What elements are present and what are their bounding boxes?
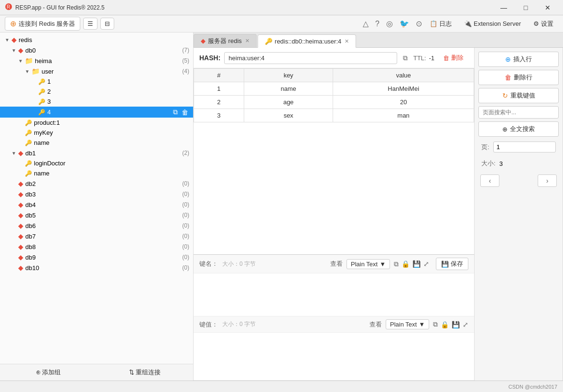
- sidebar-item-redis[interactable]: ▼ ◆ redis: [0, 34, 193, 45]
- value-format-selector[interactable]: Plain Text ▼: [386, 319, 429, 329]
- row-key[interactable]: sex: [244, 109, 333, 122]
- next-page-button[interactable]: ›: [538, 174, 557, 187]
- save-icon[interactable]: 💾: [412, 260, 421, 268]
- db-icon: ◆: [18, 211, 23, 219]
- copy-key-button[interactable]: ⧉: [172, 108, 179, 116]
- ttl-label: TTL:: [413, 54, 426, 62]
- sidebar-item-db9[interactable]: ◆ db9 (0): [0, 252, 193, 262]
- lock-icon[interactable]: 🔒: [401, 260, 410, 268]
- table-row[interactable]: 1 name HanMeiMei: [194, 82, 474, 96]
- lock-icon[interactable]: 🔒: [441, 321, 449, 328]
- delete-row-button[interactable]: 🗑 删除行: [478, 70, 559, 85]
- tab-close-icon[interactable]: ✕: [245, 38, 249, 44]
- sidebar-item-key1[interactable]: 🔑 1: [0, 76, 193, 87]
- sidebar-item-mykey[interactable]: 🔑 myKey: [0, 128, 193, 138]
- sidebar-item-db5[interactable]: ◆ db5 (0): [0, 210, 193, 220]
- sidebar-item-name-db0[interactable]: 🔑 name: [0, 138, 193, 148]
- tab-server[interactable]: ◆ 服务器 redis ✕: [194, 34, 257, 47]
- prev-page-button[interactable]: ‹: [480, 174, 499, 187]
- key-format-selector[interactable]: Plain Text ▼: [346, 259, 390, 269]
- key-name-textarea[interactable]: [194, 273, 474, 316]
- key-value-label: 键值：: [199, 320, 218, 329]
- copy-icon[interactable]: ⧉: [401, 53, 410, 63]
- key-value-textarea[interactable]: [194, 333, 474, 381]
- sidebar-item-label: name: [34, 139, 189, 146]
- sidebar-item-key2[interactable]: 🔑 2: [0, 87, 193, 97]
- tab-key-editor[interactable]: 🔑 redis::db0::heima:user:4 ✕: [258, 34, 356, 48]
- sidebar-item-user[interactable]: ▼ 📁 user (4): [0, 66, 193, 76]
- add-group-button[interactable]: ⊕ 添加组: [0, 364, 97, 381]
- sidebar-item-db3[interactable]: ◆ db3 (0): [0, 189, 193, 199]
- sidebar-item-db1[interactable]: ▼ ◆ db1 (2): [0, 148, 193, 158]
- sidebar-item-product1[interactable]: 🔑 product:1: [0, 118, 193, 128]
- page-label: 页:: [481, 143, 489, 152]
- row-key[interactable]: age: [244, 96, 333, 109]
- reconnect-button[interactable]: ⇅ 重组连接: [97, 364, 193, 381]
- sidebar-item-db2[interactable]: ◆ db2 (0): [0, 178, 193, 189]
- list-view-button[interactable]: ☰: [83, 18, 97, 30]
- plus-icon: ⊕: [505, 55, 511, 63]
- app-title: RESP.app - GUI for Redis® 2022.5: [15, 4, 493, 11]
- insert-row-button[interactable]: ⊕ 插入行: [478, 52, 559, 67]
- sidebar-item-name-db1[interactable]: 🔑 name: [0, 168, 193, 178]
- bird-icon[interactable]: 🐦: [400, 19, 409, 28]
- expand-icon[interactable]: ⤢: [463, 321, 468, 328]
- delete-key-button[interactable]: 🗑 删除: [438, 52, 468, 64]
- sidebar-item-db0[interactable]: ▼ ◆ db0 (7): [0, 45, 193, 55]
- settings-button[interactable]: ⚙ 设置: [529, 18, 558, 30]
- sidebar-item-heima[interactable]: ▼ 📁 heima (5): [0, 55, 193, 66]
- row-value[interactable]: HanMeiMei: [333, 82, 474, 96]
- view-label: 查看: [330, 260, 343, 268]
- sidebar-item-label: product:1: [34, 119, 189, 126]
- sidebar-item-db10[interactable]: ◆ db10 (0): [0, 262, 193, 273]
- db-icon: ◆: [18, 46, 23, 54]
- connect-button[interactable]: ⊕ 连接到 Redis 服务器: [5, 17, 80, 31]
- sidebar-item-logindoctor[interactable]: 🔑 loginDoctor: [0, 158, 193, 168]
- size-info: 大小: 3: [478, 157, 559, 170]
- minimize-button[interactable]: —: [493, 0, 514, 15]
- copy-icon[interactable]: ⧉: [433, 320, 438, 328]
- send-icon[interactable]: ◎: [386, 19, 393, 28]
- maximize-button[interactable]: □: [515, 0, 536, 15]
- help-icon[interactable]: ?: [375, 20, 379, 28]
- trash-icon: 🗑: [443, 54, 449, 62]
- hash-key-input[interactable]: [224, 52, 397, 64]
- extension-server-button[interactable]: 🔌 Extension Server: [459, 18, 526, 29]
- save-key-name-button[interactable]: 💾 保存: [436, 258, 468, 270]
- grid-view-button[interactable]: ⊟: [100, 18, 114, 30]
- page-number-input[interactable]: [493, 142, 556, 152]
- log-button[interactable]: 📋 日志: [425, 18, 456, 30]
- delete-key-button[interactable]: 🗑: [181, 108, 189, 116]
- sidebar-item-label: db4: [25, 201, 180, 208]
- close-button[interactable]: ✕: [537, 0, 558, 15]
- row-value[interactable]: 20: [333, 96, 474, 109]
- sidebar-item-db8[interactable]: ◆ db8 (0): [0, 241, 193, 252]
- tab-bar: ◆ 服务器 redis ✕ 🔑 redis::db0::heima:user:4…: [194, 33, 563, 48]
- tab-close-icon[interactable]: ✕: [345, 38, 349, 44]
- table-row[interactable]: 3 sex man: [194, 109, 474, 122]
- sidebar-item-db4[interactable]: ◆ db4 (0): [0, 199, 193, 210]
- sidebar-item-key3[interactable]: 🔑 3: [0, 97, 193, 107]
- save-icon[interactable]: 💾: [452, 321, 460, 328]
- sidebar-item-label: 3: [47, 98, 189, 105]
- row-value[interactable]: man: [333, 109, 474, 122]
- sidebar-item-key4[interactable]: 🔑 4 ⧉ 🗑: [0, 107, 193, 118]
- github-icon[interactable]: ⊙: [416, 19, 422, 28]
- sidebar-item-db6[interactable]: ◆ db6 (0): [0, 220, 193, 231]
- table-row[interactable]: 2 age 20: [194, 96, 474, 109]
- expand-icon[interactable]: ⤢: [423, 260, 429, 268]
- key-main-panel: HASH: ⧉ TTL: -1 🗑 删除: [194, 48, 475, 381]
- page-search-input[interactable]: [478, 106, 559, 119]
- row-key[interactable]: name: [244, 82, 333, 96]
- copy-icon[interactable]: ⧉: [394, 260, 399, 268]
- reload-button[interactable]: ↻ 重载键值: [478, 88, 559, 103]
- db-icon: ◆: [18, 232, 23, 240]
- search-icon: ⊕: [502, 126, 508, 133]
- warning-icon[interactable]: △: [363, 19, 368, 28]
- fulltext-search-button[interactable]: ⊕ 全文搜索: [478, 121, 559, 137]
- hash-type-label: HASH:: [199, 54, 220, 62]
- key-icon: 🔑: [38, 78, 45, 85]
- sidebar-item-db7[interactable]: ◆ db7 (0): [0, 231, 193, 241]
- db-icon: ◆: [18, 149, 23, 157]
- key-icon: 🔑: [25, 120, 32, 126]
